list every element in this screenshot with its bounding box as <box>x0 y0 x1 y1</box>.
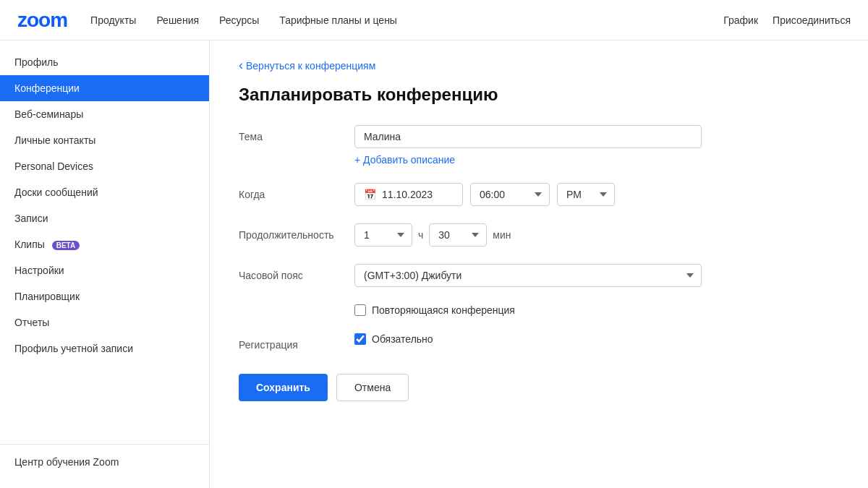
nav-resources[interactable]: Ресурсы <box>219 14 259 26</box>
sidebar-item-recordings[interactable]: Записи <box>0 205 209 231</box>
sidebar-item-reports[interactable]: Отчеты <box>0 309 209 335</box>
time-select[interactable]: 06:00 <box>470 183 550 206</box>
sidebar-item-account-profile[interactable]: Профиль учетной записи <box>0 335 209 361</box>
sidebar: Профиль Конференции Веб-семинары Личные … <box>0 40 210 488</box>
recurring-label-spacer <box>239 304 354 310</box>
sidebar-item-settings[interactable]: Настройки <box>0 257 209 283</box>
calendar-icon: 📅 <box>364 189 376 200</box>
timezone-select[interactable]: (GMT+3:00) Джибути <box>354 264 702 287</box>
navbar-actions: График Присоединиться <box>723 14 851 26</box>
sidebar-bottom: Центр обучения Zoom <box>0 444 209 479</box>
sidebar-item-devices[interactable]: Personal Devices <box>0 153 209 179</box>
learning-center-link[interactable]: Центр обучения Zoom <box>14 456 119 468</box>
sidebar-item-profile[interactable]: Профиль <box>0 49 209 75</box>
when-label: Когда <box>239 183 354 200</box>
cancel-button[interactable]: Отмена <box>336 374 409 401</box>
mandatory-checkbox-row[interactable]: Обязательно <box>354 333 839 345</box>
mandatory-checkbox[interactable] <box>354 333 366 345</box>
minutes-select[interactable]: 0 15 30 45 <box>429 223 487 247</box>
sidebar-item-meetings[interactable]: Конференции <box>0 75 209 101</box>
duration-controls: 1 2 3 ч 0 15 30 45 мин <box>354 223 839 247</box>
topic-controls: + Добавить описание <box>354 125 839 166</box>
zoom-logo: zoom <box>17 9 67 32</box>
nav-join[interactable]: Присоединиться <box>773 14 851 26</box>
hours-unit: ч <box>418 229 423 241</box>
nav-pricing[interactable]: Тарифные планы и цены <box>279 14 397 26</box>
main-content: Вернуться к конференциям Запланировать к… <box>210 40 868 488</box>
recurring-checkbox-row[interactable]: Повторяющаяся конференция <box>354 304 839 316</box>
form-row-duration: Продолжительность 1 2 3 ч 0 15 30 45 <box>239 223 839 247</box>
back-link[interactable]: Вернуться к конференциям <box>239 58 375 73</box>
topic-input[interactable] <box>354 125 702 148</box>
nav-schedule[interactable]: График <box>723 14 758 26</box>
timezone-controls: (GMT+3:00) Джибути <box>354 264 839 287</box>
recurring-checkbox[interactable] <box>354 304 366 316</box>
beta-badge: BETA <box>52 241 80 250</box>
date-value: 11.10.2023 <box>382 189 433 200</box>
timezone-label: Часовой пояс <box>239 264 354 281</box>
form-row-recurring: Повторяющаяся конференция <box>239 304 839 316</box>
sidebar-item-webinars[interactable]: Веб-семинары <box>0 101 209 127</box>
sidebar-item-clips[interactable]: Клипы BETA <box>0 231 209 257</box>
layout: Профиль Конференции Веб-семинары Личные … <box>0 40 868 488</box>
when-controls: 📅 11.10.2023 06:00 AM PM <box>354 183 839 206</box>
recurring-controls: Повторяющаяся конференция <box>354 304 839 316</box>
ampm-select[interactable]: AM PM <box>557 183 615 206</box>
datetime-group: 📅 11.10.2023 06:00 AM PM <box>354 183 839 206</box>
button-row: Сохранить Отмена <box>239 374 839 419</box>
navbar: zoom Продукты Решения Ресурсы Тарифные п… <box>0 0 868 40</box>
sidebar-item-contacts[interactable]: Личные контакты <box>0 127 209 153</box>
mandatory-label: Обязательно <box>372 333 433 345</box>
form-row-registration: Регистрация Обязательно <box>239 333 839 351</box>
hours-select[interactable]: 1 2 3 <box>354 223 412 247</box>
page-title: Запланировать конференцию <box>239 85 839 105</box>
duration-label: Продолжительность <box>239 223 354 241</box>
sidebar-item-whiteboards[interactable]: Доски сообщений <box>0 179 209 205</box>
form-row-when: Когда 📅 11.10.2023 06:00 AM PM <box>239 183 839 206</box>
sidebar-item-planner[interactable]: Планировщик <box>0 283 209 309</box>
registration-label: Регистрация <box>239 333 354 351</box>
topic-label: Тема <box>239 125 354 142</box>
nav-solutions[interactable]: Решения <box>156 14 199 26</box>
duration-group: 1 2 3 ч 0 15 30 45 мин <box>354 223 839 247</box>
recurring-label: Повторяющаяся конференция <box>372 304 515 316</box>
save-button[interactable]: Сохранить <box>239 374 328 401</box>
add-description-link[interactable]: + Добавить описание <box>354 154 455 166</box>
form-row-timezone: Часовой пояс (GMT+3:00) Джибути <box>239 264 839 287</box>
nav-products[interactable]: Продукты <box>90 14 136 26</box>
minutes-unit: мин <box>493 229 511 241</box>
registration-controls: Обязательно <box>354 333 839 345</box>
date-input[interactable]: 📅 11.10.2023 <box>354 183 463 206</box>
navbar-links: Продукты Решения Ресурсы Тарифные планы … <box>90 14 723 26</box>
form-row-topic: Тема + Добавить описание <box>239 125 839 166</box>
